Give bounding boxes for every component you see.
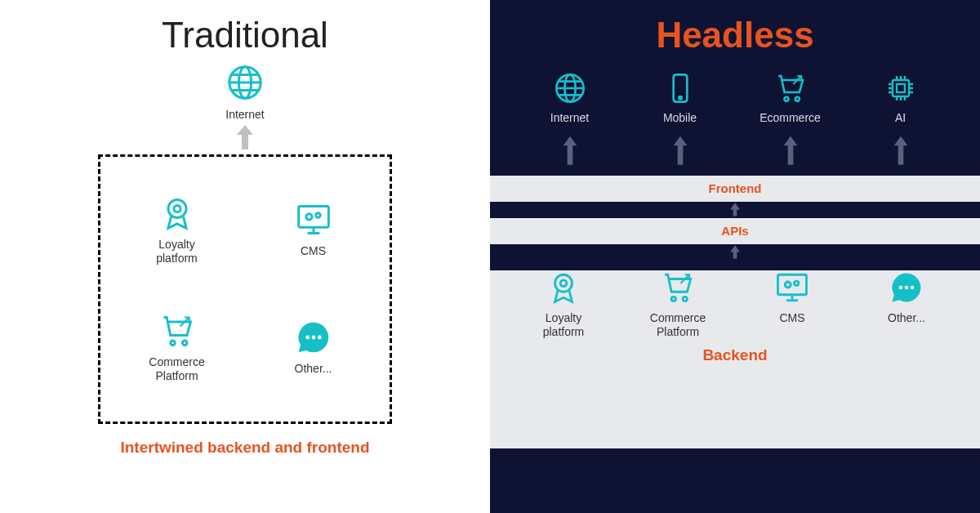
channel-ai-label: AI bbox=[895, 111, 906, 125]
apis-strip: APIs bbox=[490, 218, 980, 244]
chat-dots-icon bbox=[889, 270, 924, 308]
backend-other: Other... bbox=[862, 270, 951, 339]
backend-panel: Loyalty platform Commerce Platform bbox=[490, 270, 980, 448]
headless-title: Headless bbox=[490, 0, 980, 56]
monitor-gears-icon bbox=[296, 202, 332, 241]
svg-point-21 bbox=[795, 97, 799, 101]
svg-point-10 bbox=[170, 341, 175, 346]
backend-other-label: Other... bbox=[888, 311, 925, 325]
backend-cms-label: CMS bbox=[779, 311, 804, 325]
chat-dots-icon bbox=[296, 319, 332, 359]
traditional-title: Traditional bbox=[0, 0, 490, 56]
backend-row: Loyalty platform Commerce Platform bbox=[506, 270, 964, 339]
backend-loyalty-label: Loyalty platform bbox=[531, 311, 596, 339]
svg-point-13 bbox=[311, 336, 315, 340]
loyalty-cell: Loyalty platform bbox=[109, 172, 245, 289]
svg-point-4 bbox=[173, 205, 180, 212]
cart-icon bbox=[159, 313, 195, 352]
other-label: Other... bbox=[295, 362, 332, 376]
monolith-box: Loyalty platform CMS Commerce Platform bbox=[98, 154, 392, 424]
svg-point-31 bbox=[785, 282, 791, 288]
mobile-icon bbox=[664, 72, 697, 108]
svg-point-25 bbox=[560, 280, 567, 287]
svg-point-35 bbox=[911, 286, 915, 290]
svg-point-8 bbox=[305, 214, 311, 220]
svg-point-33 bbox=[899, 286, 903, 290]
channel-ecommerce-label: Ecommerce bbox=[760, 111, 821, 125]
svg-point-9 bbox=[315, 213, 320, 218]
svg-point-26 bbox=[671, 297, 675, 301]
channel-arrows bbox=[514, 135, 956, 167]
channel-ai: AI bbox=[860, 72, 942, 125]
apis-label: APIs bbox=[721, 224, 748, 238]
backend-commerce-label: Commerce Platform bbox=[641, 311, 715, 339]
svg-point-24 bbox=[555, 274, 572, 292]
globe-icon bbox=[226, 64, 264, 105]
channel-internet: Internet bbox=[529, 72, 611, 125]
commerce-label: Commerce Platform bbox=[140, 355, 214, 383]
svg-point-19 bbox=[679, 96, 681, 99]
backend-cms: CMS bbox=[747, 270, 837, 339]
svg-point-27 bbox=[683, 297, 687, 301]
cms-label: CMS bbox=[301, 244, 326, 258]
channel-mobile-label: Mobile bbox=[663, 111, 697, 125]
commerce-cell: Commerce Platform bbox=[109, 289, 245, 407]
badge-icon bbox=[546, 270, 581, 308]
svg-point-11 bbox=[182, 341, 187, 346]
traditional-panel: Traditional Internet Loyalty platform bbox=[0, 0, 490, 513]
svg-point-3 bbox=[168, 200, 186, 218]
other-cell: Other... bbox=[245, 289, 381, 407]
cms-cell: CMS bbox=[245, 172, 381, 289]
svg-point-32 bbox=[795, 281, 799, 285]
traditional-footer: Intertwined backend and frontend bbox=[0, 439, 490, 457]
svg-rect-23 bbox=[897, 84, 905, 92]
cart-icon bbox=[774, 72, 807, 108]
svg-rect-5 bbox=[298, 207, 328, 228]
chip-icon bbox=[884, 72, 917, 108]
internet-block: Internet bbox=[0, 64, 490, 122]
svg-rect-22 bbox=[893, 80, 909, 96]
frontend-strip: Frontend bbox=[490, 176, 980, 202]
channel-internet-label: Internet bbox=[550, 111, 589, 125]
monitor-gears-icon bbox=[775, 270, 809, 308]
channel-row: Internet Mobile Ecommerce bbox=[514, 72, 956, 125]
arrow-strip-2 bbox=[490, 244, 980, 261]
channel-mobile: Mobile bbox=[639, 72, 721, 125]
svg-point-20 bbox=[784, 97, 788, 101]
backend-label: Backend bbox=[490, 346, 980, 364]
svg-point-14 bbox=[317, 336, 321, 340]
svg-point-34 bbox=[905, 286, 909, 290]
channel-ecommerce: Ecommerce bbox=[750, 72, 831, 125]
badge-icon bbox=[159, 195, 195, 234]
loyalty-label: Loyalty platform bbox=[145, 238, 210, 265]
cart-icon bbox=[661, 270, 695, 308]
backend-loyalty: Loyalty platform bbox=[519, 270, 608, 339]
headless-panel: Headless Internet Mobile bbox=[490, 0, 980, 513]
frontend-label: Frontend bbox=[709, 181, 762, 195]
svg-rect-28 bbox=[778, 274, 807, 295]
svg-point-12 bbox=[305, 336, 310, 340]
globe-icon bbox=[554, 72, 586, 108]
up-arrow-icon bbox=[0, 125, 490, 151]
backend-commerce: Commerce Platform bbox=[633, 270, 723, 339]
arrow-strip-1 bbox=[490, 202, 980, 218]
internet-label: Internet bbox=[225, 108, 264, 122]
